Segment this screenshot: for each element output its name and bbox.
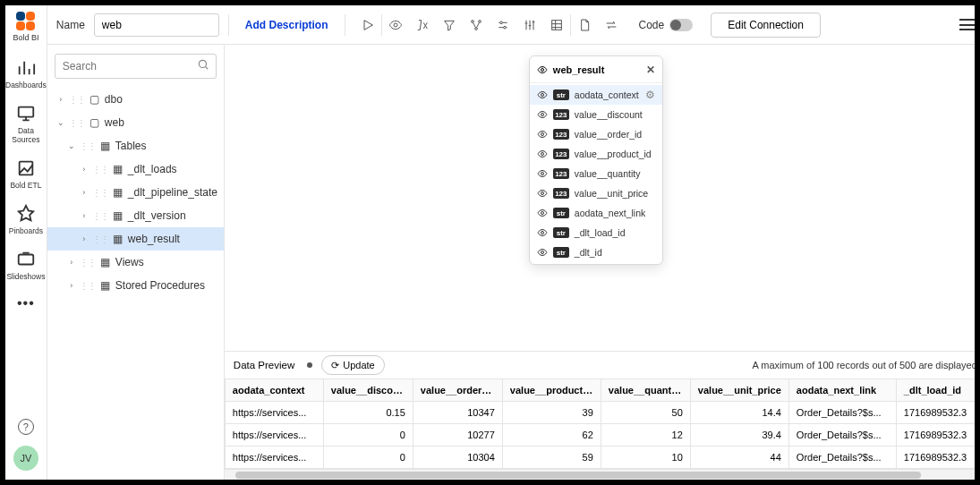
- eye-icon[interactable]: [537, 208, 548, 218]
- column-name: _dlt_load_id: [575, 227, 626, 238]
- svg-point-19: [541, 232, 543, 234]
- nav-more[interactable]: •••: [17, 295, 35, 311]
- sliders-icon[interactable]: [490, 13, 516, 38]
- column-popup: web_result ✕ straodata_context⚙123value_…: [529, 55, 663, 265]
- code-toggle[interactable]: Code: [639, 19, 694, 31]
- filter-icon[interactable]: [436, 13, 463, 38]
- column-row[interactable]: str_dlt_id: [530, 242, 662, 262]
- update-button[interactable]: ⟳Update: [321, 355, 384, 375]
- search-input[interactable]: [63, 60, 197, 72]
- tree-node-dlt-loads[interactable]: ›⋮⋮▦_dlt_loads: [47, 157, 224, 181]
- name-label: Name: [56, 19, 85, 31]
- edit-connection-button[interactable]: Edit Connection: [711, 13, 821, 38]
- nav-slideshows[interactable]: Slideshows: [6, 250, 45, 281]
- table-cell: 50: [601, 402, 690, 424]
- table-icon[interactable]: [543, 13, 570, 38]
- column-name: aodata_next_link: [575, 208, 645, 218]
- help-icon[interactable]: ?: [18, 419, 34, 435]
- tree-label: web_result: [128, 233, 180, 245]
- type-badge: 123: [553, 188, 569, 199]
- design-canvas[interactable]: web_result ✕ straodata_context⚙123value_…: [225, 45, 975, 351]
- datasources-icon: [16, 104, 36, 123]
- hamburger-icon[interactable]: [959, 19, 975, 30]
- avatar[interactable]: JV: [13, 446, 38, 471]
- nodes-icon[interactable]: [463, 13, 490, 38]
- tree-node-web[interactable]: ⌄⋮⋮▢web: [47, 111, 224, 134]
- column-row[interactable]: 123value__quantity: [530, 164, 662, 183]
- preview-icon[interactable]: [382, 13, 409, 38]
- eye-icon[interactable]: [537, 149, 548, 159]
- close-icon[interactable]: ✕: [646, 64, 655, 76]
- column-header[interactable]: _dlt_load_id: [896, 379, 975, 402]
- tree-node-sprocs[interactable]: ›⋮⋮▦Stored Procedures: [47, 274, 224, 297]
- column-header[interactable]: value__product_id: [502, 379, 601, 402]
- table-icon: ▦: [112, 186, 124, 199]
- search-box[interactable]: [55, 54, 217, 79]
- slideshow-icon: [16, 250, 36, 269]
- column-row[interactable]: 123value__product_id: [530, 144, 662, 164]
- column-header[interactable]: value__order_id: [413, 379, 502, 402]
- column-header[interactable]: aodata_context: [225, 379, 323, 402]
- document-icon[interactable]: [571, 13, 598, 38]
- column-row[interactable]: 123value__order_id: [530, 124, 662, 144]
- column-name: value__product_id: [575, 149, 652, 159]
- gear-icon[interactable]: ⚙: [645, 89, 655, 101]
- preview-grid[interactable]: aodata_contextvalue__discountvalue__orde…: [225, 379, 975, 469]
- column-row[interactable]: 123value__discount: [530, 105, 662, 124]
- nav-pinboards[interactable]: Pinboards: [9, 204, 43, 235]
- nav-dashboards[interactable]: Dashboards: [5, 58, 47, 89]
- column-header[interactable]: value__unit_price: [690, 379, 788, 402]
- column-row[interactable]: straodata_context⚙: [530, 85, 662, 105]
- table-cell: 1716989532.3: [896, 424, 975, 447]
- swap-icon[interactable]: [598, 13, 625, 38]
- eye-icon[interactable]: [537, 227, 548, 238]
- column-name: value__discount: [575, 109, 643, 120]
- nav-boldetl[interactable]: Bold ETL: [10, 158, 41, 190]
- eye-icon[interactable]: [537, 188, 548, 199]
- tree-node-dlt-pipeline-state[interactable]: ›⋮⋮▦_dlt_pipeline_state: [47, 181, 224, 204]
- tree-node-web-result[interactable]: ›⋮⋮▦web_result: [47, 227, 224, 251]
- pin-icon: [16, 204, 36, 224]
- column-header[interactable]: value__quantity: [601, 379, 690, 402]
- eye-icon[interactable]: [537, 64, 548, 75]
- column-row[interactable]: 123value__unit_price: [530, 183, 662, 203]
- table-row[interactable]: https://services...0.1510347395014.4Orde…: [225, 402, 975, 424]
- table-cell: 1716989532.3: [896, 402, 975, 424]
- table-row[interactable]: https://services...010304591044Order_Det…: [225, 447, 975, 469]
- columns-settings-icon[interactable]: [516, 13, 543, 38]
- column-row[interactable]: straodata_next_link: [530, 203, 662, 223]
- fx-icon[interactable]: [409, 13, 436, 38]
- column-name: value__quantity: [575, 168, 641, 179]
- column-header[interactable]: aodata_next_link: [788, 379, 896, 402]
- tree-label: dbo: [105, 93, 123, 106]
- svg-point-17: [541, 192, 543, 195]
- add-description-link[interactable]: Add Description: [245, 19, 328, 31]
- nav-datasources[interactable]: Data Sources: [5, 104, 47, 144]
- eye-icon[interactable]: [537, 129, 548, 140]
- table-row[interactable]: https://services...010277621239.4Order_D…: [225, 424, 975, 447]
- nav-pinboards-label: Pinboards: [9, 226, 43, 235]
- run-icon[interactable]: [354, 13, 381, 38]
- column-name: aodata_context: [575, 89, 639, 100]
- tree-node-tables[interactable]: ⌄⋮⋮▦Tables: [47, 134, 224, 157]
- table-icon: ▦: [112, 163, 124, 175]
- column-row[interactable]: str_dlt_load_id: [530, 223, 662, 242]
- eye-icon[interactable]: [537, 168, 548, 179]
- horizontal-scrollbar[interactable]: [225, 469, 975, 480]
- eye-icon[interactable]: [537, 247, 548, 258]
- data-preview: Data Preview ⟳Update A maximum of 100 re…: [225, 351, 975, 480]
- eye-icon[interactable]: [537, 89, 548, 100]
- tree-node-dbo[interactable]: ›⋮⋮▢dbo: [47, 88, 224, 111]
- name-input[interactable]: [94, 13, 219, 37]
- tree-node-views[interactable]: ›⋮⋮▦Views: [47, 251, 224, 274]
- toolbar-icons: [354, 13, 625, 38]
- eye-icon[interactable]: [537, 109, 548, 120]
- table-cell: 12: [601, 424, 690, 447]
- schema-tree: ›⋮⋮▢dbo ⌄⋮⋮▢web ⌄⋮⋮▦Tables ›⋮⋮▦_dlt_load…: [47, 82, 224, 297]
- column-header[interactable]: value__discount: [323, 379, 413, 402]
- tree-node-dlt-version[interactable]: ›⋮⋮▦_dlt_version: [47, 204, 224, 227]
- table-cell: 44: [690, 447, 788, 469]
- brand: Bold BI: [13, 11, 38, 42]
- table-cell: 10277: [413, 424, 502, 447]
- nav-slideshows-label: Slideshows: [6, 272, 45, 281]
